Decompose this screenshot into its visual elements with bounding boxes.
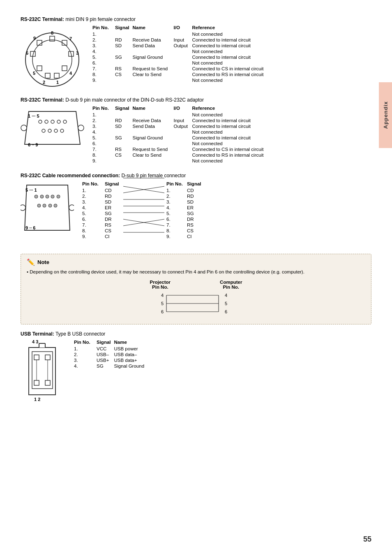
table-row: 4. ER 4. ER xyxy=(82,205,208,211)
signal xyxy=(115,141,133,146)
rs232c-mini-din-table: Pin No. Signal Name I/O Reference 1. Not… xyxy=(92,25,371,85)
rsig: ER xyxy=(187,205,208,211)
proj-comp-diagram: ProjectorPin No. ComputerPin No. 4 4 5 5… xyxy=(27,280,365,316)
svg-point-44 xyxy=(48,204,52,207)
lsig: SG xyxy=(105,211,125,216)
line-space xyxy=(125,234,166,239)
io xyxy=(174,77,192,83)
pin-no: 2. xyxy=(74,352,97,357)
reference: Not connected xyxy=(192,77,267,83)
table-row: 9. Not connected xyxy=(92,77,267,83)
rpin: 7. xyxy=(166,222,187,228)
lsig: SD xyxy=(105,199,125,205)
table-row: 4. SG Signal Ground xyxy=(74,363,155,369)
lsig: ER xyxy=(105,205,125,211)
svg-text:2: 2 xyxy=(43,80,45,85)
io xyxy=(174,158,192,164)
table-row: 6. Not connected xyxy=(92,60,267,66)
pin-no: 1. xyxy=(74,346,97,352)
svg-text:5: 5 xyxy=(33,71,35,76)
col-rsig: Signal xyxy=(187,181,208,188)
signal: SD xyxy=(115,123,133,129)
reference: Connected to CS in internal circuit xyxy=(192,146,267,152)
table-row: 5. SG Signal Ground Connected to interna… xyxy=(92,135,267,141)
table-row: 7. RS Request to Send Connected to CS in… xyxy=(92,146,267,152)
rs232c-dsub-table: Pin No. Signal Name I/O Reference 1. Not… xyxy=(92,105,371,165)
note-icon: ✏️ xyxy=(27,258,35,266)
cable-connection-table: Pin No. Signal Pin No. Signal 1. CD 1. C… xyxy=(82,181,371,246)
svg-point-39 xyxy=(46,195,49,198)
pin-no: 7. xyxy=(92,66,115,72)
connector-row-1: 8 9 7 6 3 5 xyxy=(21,25,371,90)
line-space xyxy=(125,216,166,222)
svg-point-43 xyxy=(43,204,46,207)
name: USB power xyxy=(114,346,155,352)
io xyxy=(174,49,192,54)
svg-point-22 xyxy=(21,125,27,131)
name: Clear to Send xyxy=(133,72,174,77)
svg-text:5: 5 xyxy=(161,301,164,306)
svg-text:4: 4 xyxy=(161,293,164,298)
svg-point-23 xyxy=(78,125,84,131)
pin-no: 5. xyxy=(92,54,115,60)
svg-text:6: 6 xyxy=(225,309,227,314)
line-space xyxy=(125,188,166,193)
signal xyxy=(115,129,133,135)
lpin: 3. xyxy=(82,199,105,205)
line-space xyxy=(125,222,166,228)
lsig: CI xyxy=(105,234,125,239)
proj-comp-header: ProjectorPin No. ComputerPin No. xyxy=(150,280,242,290)
svg-point-1 xyxy=(32,40,72,79)
sidebar-label: Appendix xyxy=(383,101,389,129)
svg-point-41 xyxy=(57,195,60,198)
reference: Not connected xyxy=(192,141,267,146)
name xyxy=(133,31,174,37)
pin-no: 8. xyxy=(92,72,115,77)
col-header-ref: Reference xyxy=(192,25,267,31)
pin-table-2: Pin No. Signal Name I/O Reference 1. Not… xyxy=(92,105,267,164)
name: Signal Ground xyxy=(133,135,174,141)
svg-text:5: 5 xyxy=(225,301,227,306)
cable-table: Pin No. Signal Pin No. Signal 1. CD 1. C… xyxy=(82,181,208,239)
io: Output xyxy=(174,123,192,129)
section-heading-usb: USB Terminal: Type B USB connector xyxy=(21,331,371,337)
lsig: CD xyxy=(105,188,125,193)
table-row: 7. RS Request to Send Connected to CS in… xyxy=(92,66,267,72)
name: USB data– xyxy=(114,352,155,357)
note-box: ✏️ Note • Depending on the controlling d… xyxy=(21,254,371,324)
col-header-signal-2: Signal xyxy=(115,105,133,112)
rsig: SG xyxy=(187,211,208,216)
svg-text:9: 9 xyxy=(33,36,36,41)
section-heading-1: RS-232C Terminal: mini DIN 9 pin female … xyxy=(21,16,371,22)
io: Input xyxy=(174,118,192,123)
section-heading-3: RS-232C Cable recommended connection: D-… xyxy=(21,173,371,178)
name: Signal Ground xyxy=(133,54,174,60)
name xyxy=(133,158,174,164)
pin-no: 3. xyxy=(74,357,97,363)
lpin: 5. xyxy=(82,211,105,216)
table-row: 1. Not connected xyxy=(92,31,267,37)
reference: Connected to internal circuit xyxy=(192,118,267,123)
signal xyxy=(115,112,133,118)
lpin: 2. xyxy=(82,193,105,199)
lpin: 7. xyxy=(82,222,105,228)
lpin: 8. xyxy=(82,228,105,234)
col-header-ref-2: Reference xyxy=(192,105,267,112)
reference: Not connected xyxy=(192,112,267,118)
pin-no: 7. xyxy=(92,146,115,152)
rsig: CD xyxy=(187,188,208,193)
table-row: 3. USB+ USB data+ xyxy=(74,357,155,363)
name: Clear to Send xyxy=(133,152,174,158)
io xyxy=(174,141,192,146)
lsig: RS xyxy=(105,222,125,228)
svg-point-40 xyxy=(51,195,54,198)
pin-no: 6. xyxy=(92,141,115,146)
col-header-name-2: Name xyxy=(133,105,174,112)
rpin: 8. xyxy=(166,228,187,234)
reference: Connected to internal circuit xyxy=(192,135,267,141)
section-cable: RS-232C Cable recommended connection: D-… xyxy=(21,173,371,246)
reference: Not connected xyxy=(192,49,267,54)
table-row: 2. USB– USB data– xyxy=(74,352,155,357)
name xyxy=(133,141,174,146)
io xyxy=(174,72,192,77)
